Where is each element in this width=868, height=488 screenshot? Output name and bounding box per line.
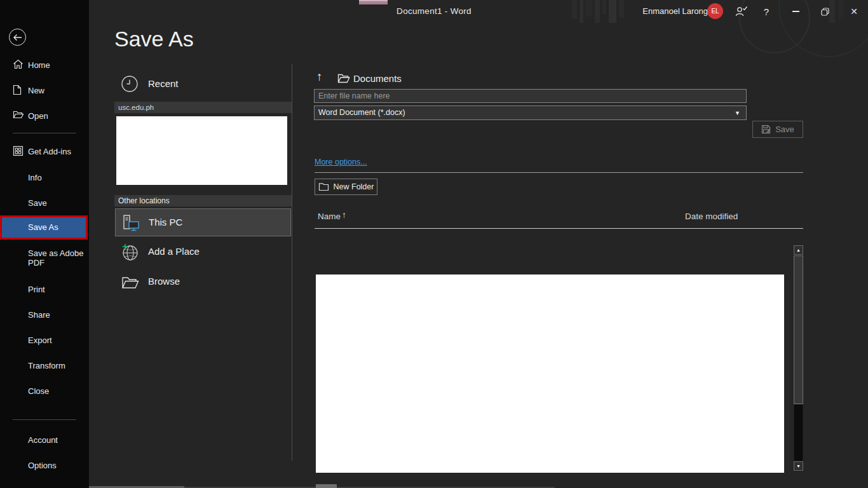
navigate-up-icon[interactable]: ↑ xyxy=(316,70,323,84)
breadcrumb[interactable]: Documents xyxy=(353,73,402,84)
sidebar-item-export[interactable]: Export xyxy=(0,334,89,349)
save-floppy-icon xyxy=(761,125,771,134)
sidebar-item-print[interactable]: Print xyxy=(0,283,89,299)
file-name-input[interactable] xyxy=(314,89,747,103)
sidebar-divider xyxy=(13,419,76,420)
sidebar-divider xyxy=(13,133,76,133)
add-a-place-label: Add a Place xyxy=(148,246,200,257)
more-options-link[interactable]: More options... xyxy=(315,158,367,166)
restore-icon[interactable] xyxy=(818,4,832,18)
add-ins-grid-icon xyxy=(13,146,24,157)
sidebar-item-info[interactable]: Info xyxy=(0,172,89,187)
file-type-dropdown[interactable]: Word Document (*.docx) ▼ xyxy=(314,105,747,120)
help-icon[interactable]: ? xyxy=(759,4,773,18)
new-document-icon xyxy=(13,85,24,96)
sidebar-item-account[interactable]: Account xyxy=(0,434,89,449)
recent-item-usc-edu-ph[interactable]: usc.edu.ph xyxy=(114,102,292,113)
location-item-add-a-place[interactable]: Add a Place xyxy=(115,238,291,266)
back-button[interactable] xyxy=(9,29,26,46)
recent-label: Recent xyxy=(148,78,179,89)
column-header-name[interactable]: Name xyxy=(318,212,341,221)
scrollbar-track[interactable] xyxy=(794,405,803,461)
open-folder-icon xyxy=(13,110,24,121)
breadcrumb-folder-icon xyxy=(337,73,350,84)
this-pc-label: This PC xyxy=(149,217,182,227)
sort-ascending-icon: ↑ xyxy=(342,210,346,220)
titlebar: Document1 - Word Enmanoel Larong EL ? ✕ xyxy=(0,0,868,23)
sidebar-item-save-as-adobe-pdf[interactable]: Save as Adobe PDF xyxy=(0,247,89,270)
presenter-person-icon[interactable] xyxy=(735,4,749,18)
sidebar-item-share[interactable]: Share xyxy=(0,309,89,324)
browse-label: Browse xyxy=(148,276,180,287)
sidebar-item-transform[interactable]: Transform xyxy=(0,360,89,375)
file-type-value: Word Document (*.docx) xyxy=(318,108,405,117)
column-header-date-modified[interactable]: Date modified xyxy=(685,212,738,221)
sidebar-item-open[interactable]: Open xyxy=(0,110,89,125)
browse-folder-icon xyxy=(121,273,140,292)
divider xyxy=(315,172,803,173)
sidebar-item-home[interactable]: Home xyxy=(0,59,89,74)
add-a-place-globe-icon xyxy=(121,243,140,262)
sidebar-item-save-as-selected[interactable]: Save As xyxy=(0,215,88,240)
sidebar-item-options[interactable]: Options xyxy=(0,459,89,475)
save-as-label: Save As xyxy=(28,222,58,232)
chevron-down-icon: ▼ xyxy=(735,107,740,120)
minimize-icon[interactable] xyxy=(789,4,803,18)
scrollbar-thumb[interactable] xyxy=(794,255,803,404)
location-item-browse[interactable]: Browse xyxy=(115,268,291,296)
recent-item-thumbnail xyxy=(116,116,287,185)
clock-icon xyxy=(121,75,139,93)
sidebar-item-get-add-ins[interactable]: Get Add-ins xyxy=(0,146,89,161)
new-folder-button[interactable]: New Folder xyxy=(315,179,377,195)
backstage-sidebar: Home New Open xyxy=(0,0,89,488)
bottom-edge-artifact xyxy=(316,484,337,488)
sidebar-item-new[interactable]: New xyxy=(0,85,89,100)
document-preview-page xyxy=(316,274,784,473)
save-button-label: Save xyxy=(775,125,794,134)
avatar[interactable]: EL xyxy=(707,3,723,19)
page-title: Save As xyxy=(114,27,194,51)
other-locations-header: Other locations xyxy=(114,195,292,207)
save-button[interactable]: Save xyxy=(752,121,803,138)
sidebar-item-close[interactable]: Close xyxy=(0,385,89,400)
new-folder-label: New Folder xyxy=(334,182,374,191)
account-user-name[interactable]: Enmanoel Larong xyxy=(642,6,708,16)
word-backstage-window: Document1 - Word Enmanoel Larong EL ? ✕ xyxy=(0,0,868,488)
sidebar-item-save[interactable]: Save xyxy=(0,197,89,212)
new-folder-icon xyxy=(318,182,329,191)
vertical-scrollbar[interactable]: ▲ ▼ xyxy=(794,245,803,471)
scroll-up-button[interactable]: ▲ xyxy=(794,245,803,255)
home-icon xyxy=(13,59,24,71)
location-item-this-pc[interactable]: This PC xyxy=(115,208,291,236)
back-arrow-icon xyxy=(13,34,22,41)
panel-separator xyxy=(292,64,292,461)
divider xyxy=(315,228,803,229)
close-icon[interactable]: ✕ xyxy=(847,4,861,18)
scroll-down-button[interactable]: ▼ xyxy=(794,461,803,471)
this-pc-icon xyxy=(121,214,140,233)
